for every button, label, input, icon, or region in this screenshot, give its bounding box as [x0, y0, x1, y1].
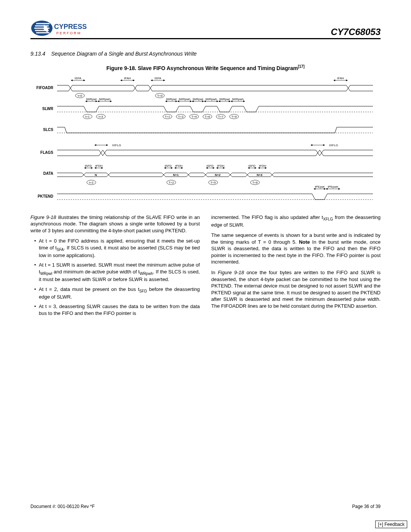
svg-text:t=1: t=1 — [85, 115, 90, 118]
svg-text:tWRpwl: tWRpwl — [219, 97, 230, 101]
svg-text:tPEpwl: tPEpwl — [315, 185, 325, 189]
bullet-4: At t = 3, deasserting SLWR causes the da… — [34, 303, 200, 316]
svg-text:T=5: T=5 — [210, 181, 216, 184]
signal-slwr: SLWR — [42, 107, 54, 111]
para-3: The same sequence of events is shown for… — [211, 232, 381, 265]
svg-text:t=0: t=0 — [78, 94, 82, 97]
svg-text:T=1: T=1 — [165, 115, 170, 118]
bullet-3: At t = 2, data must be present on the bu… — [34, 286, 200, 300]
timing-diagram: .sig { stroke:#000; stroke-width:1; fill… — [30, 76, 381, 205]
para-4: In Figure 9-18 once the four bytes are w… — [211, 269, 381, 309]
signal-pktend: PKTEND — [38, 194, 53, 198]
logo-text: CYPRESS — [54, 23, 87, 30]
figure-label: Figure 9-18. Slave FIFO Asynchronous Wri… — [107, 65, 298, 71]
svg-text:tSFD: tSFD — [85, 164, 92, 168]
svg-text:tFAH: tFAH — [337, 77, 344, 80]
svg-text:tSFD: tSFD — [165, 164, 172, 168]
logo-tagline: PERFORM — [56, 31, 81, 35]
svg-text:t=2: t=2 — [89, 181, 94, 184]
svg-text:N+1: N+1 — [173, 173, 179, 177]
svg-text:T=3: T=3 — [178, 115, 184, 118]
feedback-button[interactable]: [+] Feedback — [375, 521, 407, 528]
svg-text:T=0: T=0 — [157, 94, 163, 97]
svg-text:t=3: t=3 — [99, 115, 103, 118]
svg-text:T=7: T=7 — [218, 115, 224, 118]
signal-fifoadr: FIFOADR — [37, 86, 54, 90]
svg-text:tFDH: tFDH — [217, 164, 225, 168]
bullet-1: At t = 0 the FIFO address is applied, en… — [34, 238, 200, 259]
svg-text:T=4: T=4 — [191, 115, 197, 118]
svg-text:N+2: N+2 — [215, 173, 221, 177]
svg-text:N: N — [95, 173, 97, 177]
body-columns: Figure 9-18 illustrates the timing relat… — [30, 214, 381, 320]
page-number: Page 36 of 39 — [352, 504, 381, 509]
column-left: Figure 9-18 illustrates the timing relat… — [30, 214, 200, 320]
section-title: 9.13.4 Sequence Diagram of a Single and … — [30, 51, 381, 57]
svg-text:T=2: T=2 — [169, 181, 174, 184]
svg-text:tWRpwl: tWRpwl — [166, 97, 177, 101]
section-number: 9.13.4 — [30, 51, 45, 57]
para-2: incremented. The FIFO flag is also updat… — [211, 214, 381, 228]
svg-text:tSFD: tSFD — [249, 164, 255, 168]
signal-flags: FLAGS — [40, 150, 53, 155]
svg-text:tWRpwh: tWRpwh — [206, 97, 217, 101]
svg-text:tSFA: tSFA — [155, 77, 161, 80]
svg-text:tSFA: tSFA — [75, 77, 81, 80]
company-logo: CYPRESS PERFORM — [30, 19, 88, 37]
svg-text:tFDH: tFDH — [96, 164, 103, 168]
cypress-logo-icon: CYPRESS PERFORM — [30, 19, 88, 37]
svg-text:tXFLG: tXFLG — [112, 144, 121, 147]
svg-text:tSFD: tSFD — [207, 164, 213, 168]
para-1: Figure 9-18 illustrates the timing relat… — [30, 214, 200, 234]
svg-text:tPEpwh: tPEpwh — [328, 185, 338, 189]
svg-text:T=6: T=6 — [205, 115, 210, 118]
svg-text:tWRpwh: tWRpwh — [232, 97, 244, 101]
signal-slcs: SLCS — [43, 128, 53, 132]
svg-text:tWRpwh: tWRpwh — [179, 97, 190, 101]
svg-text:tWRpwh: tWRpwh — [99, 97, 110, 101]
svg-text:tWRpwl: tWRpwl — [193, 97, 203, 101]
figure-caption: Figure 9-18. Slave FIFO Asynchronous Wri… — [30, 64, 381, 71]
figure-ref: [17] — [298, 64, 305, 69]
signal-data: DATA — [43, 171, 53, 176]
bullet-2: At t = 1 SLWR is asserted. SLWR must mee… — [34, 262, 200, 283]
svg-text:T=9: T=9 — [231, 115, 237, 118]
svg-text:tFDH: tFDH — [175, 164, 183, 168]
section-title-text: Sequence Diagram of a Single and Burst A… — [51, 51, 197, 57]
svg-text:N+3: N+3 — [257, 173, 263, 177]
document-id: Document #: 001-06120 Rev *F — [30, 504, 95, 509]
svg-text:tFAH: tFAH — [124, 77, 131, 80]
page-header: CYPRESS PERFORM CY7C68053 — [30, 19, 381, 39]
page-footer: Document #: 001-06120 Rev *F Page 36 of … — [30, 504, 381, 509]
part-number: CY7C68053 — [331, 27, 381, 37]
svg-text:tFDH: tFDH — [259, 164, 266, 168]
svg-text:T=8: T=8 — [252, 181, 258, 184]
svg-text:tXFLG: tXFLG — [329, 144, 338, 147]
svg-text:tWRpwl: tWRpwl — [86, 97, 97, 101]
column-right: incremented. The FIFO flag is also updat… — [211, 214, 381, 320]
